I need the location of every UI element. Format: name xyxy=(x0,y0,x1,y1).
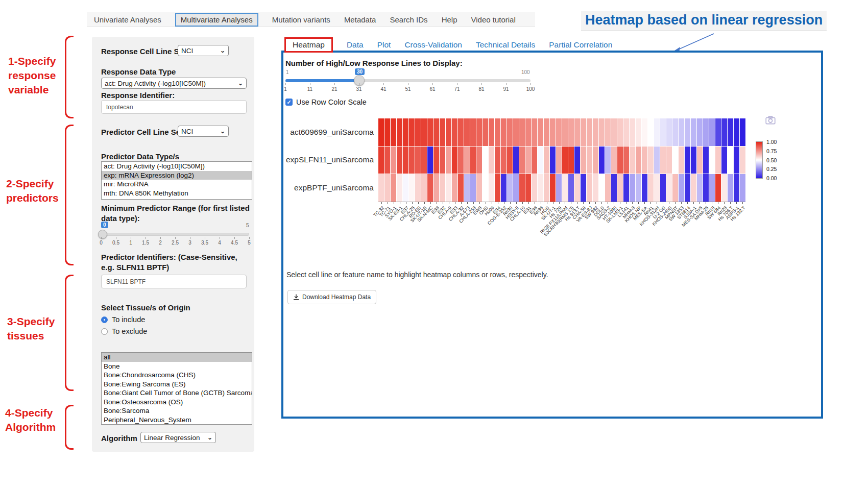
heatmap-row-label-expslfn11-unisarcoma[interactable]: expSLFN11_uniSarcoma xyxy=(283,146,376,174)
slider-tick-label: 1 xyxy=(129,240,132,246)
tab-plot[interactable]: Plot xyxy=(377,40,391,50)
heatmap-cell xyxy=(574,174,580,202)
slider-tick-label: 3.5 xyxy=(201,240,208,246)
heatmap-cell xyxy=(734,147,739,174)
heatmap-cell xyxy=(556,147,562,174)
tissue-option-all[interactable]: all xyxy=(102,353,252,362)
download-heatmap-data-button[interactable]: Download Heatmap Data xyxy=(287,290,376,304)
heatmap-cell xyxy=(532,174,537,202)
heatmap-column-tick xyxy=(424,202,425,204)
response-lines-slider-track[interactable] xyxy=(285,79,531,82)
slider-tick-mark xyxy=(310,83,310,85)
heatmap-cell xyxy=(378,118,384,146)
response-cell-line-set-select[interactable]: NCI ⌄ xyxy=(178,45,229,56)
heatmap-grid xyxy=(378,118,745,202)
response-identifier-input[interactable] xyxy=(102,101,246,113)
heatmap-cell xyxy=(415,147,421,174)
tab-partial-correlation[interactable]: Partial Correlation xyxy=(549,40,612,50)
chevron-down-icon: ⌄ xyxy=(207,434,212,441)
app-canvas: Univariate AnalysesMultivariate Analyses… xyxy=(0,0,868,488)
predictor-type-option-act[interactable]: act: Drug Activity (-log10[IC50M]) xyxy=(102,162,252,171)
heatmap-cell xyxy=(507,118,513,146)
heatmap-cell xyxy=(630,174,635,202)
nav-tab-search-ids[interactable]: Search IDs xyxy=(390,15,427,24)
predictor-type-option-mth[interactable]: mth: DNA 850K Methylation xyxy=(102,189,252,198)
heatmap-row-label-act609699-unisarcoma[interactable]: act609699_uniSarcoma xyxy=(283,118,376,146)
heatmap-cell xyxy=(550,118,556,146)
heatmap-cell xyxy=(697,147,703,174)
heatmap-cell xyxy=(672,147,678,174)
heatmap-column-tick xyxy=(687,202,688,204)
heatmap-cell xyxy=(611,174,617,202)
response-identifier-label: Response Identifier: xyxy=(101,91,175,100)
row-color-scale-checkbox[interactable]: ✓ xyxy=(285,99,293,106)
heatmap-cell xyxy=(709,118,715,146)
response-lines-ticks: 1112131415161718191100 xyxy=(285,83,531,94)
predictor-type-option-exp[interactable]: exp: mRNA Expression (log2) xyxy=(102,171,252,180)
tab-cross-validation[interactable]: Cross-Validation xyxy=(404,40,462,50)
nav-tab-help[interactable]: Help xyxy=(442,15,457,24)
nav-tab-univariate-analyses[interactable]: Univariate Analyses xyxy=(94,15,161,24)
tab-heatmap[interactable]: Heatmap xyxy=(284,37,333,53)
camera-icon[interactable] xyxy=(765,116,776,125)
tissue-exclude-radio[interactable] xyxy=(101,328,108,335)
tissue-include-radio[interactable] xyxy=(101,316,108,323)
heatmap-cell xyxy=(636,118,641,146)
nav-tab-multivariate-analyses[interactable]: Multivariate Analyses xyxy=(175,13,258,27)
tissue-option-bone-chondrosarcoma-chs[interactable]: Bone:Chondrosarcoma (CHS) xyxy=(102,371,252,380)
heatmap-row-label-expbptf-unisarcoma[interactable]: expBPTF_uniSarcoma xyxy=(283,174,376,202)
tissue-option-bone[interactable]: Bone xyxy=(102,362,252,371)
heatmap-cell xyxy=(685,118,690,146)
slider-tick-mark xyxy=(383,83,384,85)
heatmap-cell xyxy=(740,118,745,146)
tissue-option-bone-osteosarcoma-os[interactable]: Bone:Osteosarcoma (OS) xyxy=(102,398,252,407)
heatmap-column-tick xyxy=(700,202,700,204)
slider-tick-mark xyxy=(506,83,507,85)
predictor-cell-line-set-select[interactable]: NCI ⌄ xyxy=(178,126,229,137)
check-icon: ✓ xyxy=(286,99,291,105)
heatmap-cell xyxy=(697,174,703,202)
heatmap-cell xyxy=(721,118,727,146)
min-predictor-range-slider-track[interactable] xyxy=(101,233,249,236)
tab-technical-details[interactable]: Technical Details xyxy=(476,40,535,50)
heatmap-cell xyxy=(691,147,696,174)
heatmap-column-tick xyxy=(736,202,737,204)
heatmap-cell xyxy=(544,174,549,202)
nav-tab-mutation-variants[interactable]: Mutation variants xyxy=(272,15,330,24)
heatmap-cell xyxy=(679,118,684,146)
heatmap-column-tick xyxy=(412,202,413,204)
nav-tab-metadata[interactable]: Metadata xyxy=(344,15,376,24)
heatmap-column-tick xyxy=(553,202,553,204)
predictor-identifiers-field xyxy=(101,275,247,288)
heatmap-cell xyxy=(562,174,568,202)
predictor-identifiers-input[interactable] xyxy=(102,275,246,288)
heatmap-column-tick xyxy=(522,202,523,204)
slider-tick-label: 71 xyxy=(454,86,460,92)
heatmap-cell xyxy=(519,147,525,174)
slider-tick-mark xyxy=(190,237,190,239)
nav-tab-video-tutorial[interactable]: Video tutorial xyxy=(471,15,515,24)
response-data-type-select[interactable]: act: Drug Activity (-log10[IC50M]) ⌄ xyxy=(101,78,247,89)
slider-tick-label: 41 xyxy=(380,86,386,92)
heatmap-cell xyxy=(562,147,568,174)
tissue-option-bone-sarcoma[interactable]: Bone:Sarcoma xyxy=(102,406,252,416)
tissue-option-peripheral-nervous-system[interactable]: Peripheral_Nervous_System xyxy=(102,416,252,425)
tab-data[interactable]: Data xyxy=(347,40,364,50)
colorbar-tick-label: 0.25 xyxy=(766,166,777,172)
heatmap-column-tick xyxy=(571,202,571,204)
tissue-option-bone-giant-cell-tumor-of-bone-gctb-sarcoma[interactable]: Bone:Giant Cell Tumor of Bone (GCTB) Sar… xyxy=(102,388,252,398)
algorithm-label: Algorithm xyxy=(101,434,137,443)
heatmap-cell xyxy=(654,174,660,202)
heatmap-cell xyxy=(728,147,733,174)
predictor-type-option-mir[interactable]: mir: MicroRNA xyxy=(102,180,252,189)
heatmap-column-tick xyxy=(498,202,498,204)
heatmap-cell xyxy=(611,118,617,146)
heatmap-column-tick xyxy=(504,202,504,204)
heatmap-cell xyxy=(452,147,457,174)
heatmap-cell xyxy=(495,174,500,202)
download-icon xyxy=(293,294,299,300)
algorithm-select[interactable]: Linear Regression ⌄ xyxy=(140,432,216,443)
heatmap-column-tick xyxy=(528,202,529,204)
tissue-option-bone-ewing-sarcoma-es[interactable]: Bone:Ewing Sarcoma (ES) xyxy=(102,380,252,389)
heatmap-column-tick xyxy=(644,202,645,204)
